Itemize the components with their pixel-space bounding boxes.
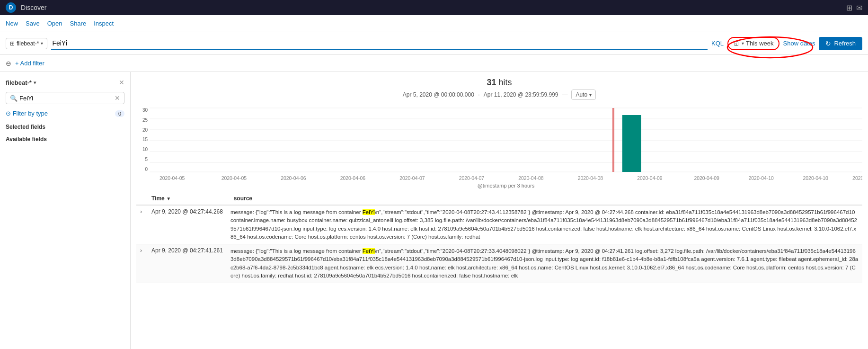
- histogram-chart: 2020-04-05 2020-04-05 2020-04-06 2020-04…: [150, 106, 862, 181]
- index-selector[interactable]: ⊞ filebeat-* ▾: [6, 38, 47, 49]
- row-expand-button[interactable]: ›: [140, 208, 142, 215]
- expand-col-header: [136, 192, 148, 205]
- y-axis: 30 25 20 15 10 5 0: [136, 106, 150, 181]
- y-25: 25: [142, 117, 148, 123]
- row-time: Apr 9, 2020 @ 04:27:44.268: [148, 205, 227, 244]
- svg-text:2020-04-09: 2020-04-09: [637, 176, 663, 181]
- time-period-label: This week: [746, 40, 774, 47]
- refresh-label: Refresh: [834, 40, 856, 47]
- index-chevron-icon: ▾: [41, 41, 43, 46]
- nav-share[interactable]: Share: [70, 19, 86, 28]
- search-bar: ⊞ filebeat-* ▾ KQL 🗓 ▾ This week Show da…: [0, 32, 868, 55]
- sidebar-search: 🔍 ✕: [0, 89, 130, 107]
- search-input[interactable]: [51, 37, 708, 50]
- time-chevron-icon: ▾: [742, 41, 744, 46]
- y-30: 30: [142, 107, 148, 113]
- hits-count: 31: [487, 78, 496, 87]
- index-icon: ⊞: [10, 40, 15, 47]
- date-range-bar: Apr 5, 2020 @ 00:00:00.000 - Apr 11, 202…: [136, 89, 862, 100]
- sidebar-header: filebeat-* ▾ ✕: [0, 76, 130, 89]
- filter-bar: ⊖ + Add filter: [0, 55, 868, 72]
- results-table: Time ▼ _source ›Apr 9, 2020 @ 04:27:44.2…: [136, 192, 862, 283]
- interval-chevron-icon: ▾: [589, 92, 592, 98]
- interval-select[interactable]: Auto ▾: [571, 89, 596, 100]
- highlight-text: FeiYi: [363, 209, 375, 215]
- app-title: Discover: [21, 4, 46, 11]
- svg-text:2020-04-07: 2020-04-07: [459, 176, 485, 181]
- source-col-header: _source: [227, 192, 862, 205]
- sidebar-search-clear-icon[interactable]: ✕: [115, 94, 120, 102]
- sidebar-index-name: filebeat-* ▾: [6, 79, 36, 86]
- calendar-icon: 🗓: [733, 40, 740, 47]
- row-source: message: {"log":"This is a log message f…: [227, 205, 862, 244]
- y-10: 10: [142, 147, 148, 152]
- filter-by-type-text: Filter by type: [13, 110, 48, 117]
- time-col-header[interactable]: Time ▼: [148, 192, 227, 205]
- row-source: message: {"log":"This is a log message f…: [227, 244, 862, 283]
- row-time: Apr 9, 2020 @ 04:27:41.261: [148, 244, 227, 283]
- nav-bar: New Save Open Share Inspect: [0, 15, 868, 32]
- selected-fields-label: Selected fields: [0, 120, 130, 132]
- y-0: 0: [145, 167, 148, 172]
- nav-inspect[interactable]: Inspect: [94, 19, 114, 28]
- sidebar-close-icon[interactable]: ✕: [119, 79, 124, 86]
- show-dates-button[interactable]: Show dates: [783, 40, 815, 47]
- app-logo: D: [6, 2, 16, 13]
- highlight-text: FeiYi: [363, 248, 375, 254]
- top-bar: D Discover ⊞ ✉: [0, 0, 868, 15]
- nav-open[interactable]: Open: [47, 19, 62, 28]
- svg-text:2020-04-08: 2020-04-08: [518, 176, 544, 181]
- filter-count-badge: 0: [115, 110, 124, 117]
- table-row: ›Apr 9, 2020 @ 04:27:41.261message: {"lo…: [136, 244, 862, 283]
- filter-by-type-label: ⊙ Filter by type: [6, 110, 48, 117]
- hits-title: 31 hits: [136, 78, 862, 88]
- available-fields-label: Available fields: [0, 132, 130, 144]
- sidebar-search-input[interactable]: [19, 95, 115, 102]
- filter-icon-circle: ⊙: [6, 110, 11, 117]
- grid-icon[interactable]: ⊞: [846, 3, 852, 12]
- filter-icon[interactable]: ⊖: [6, 60, 11, 67]
- mail-icon[interactable]: ✉: [856, 3, 862, 12]
- svg-text:2020-04-07: 2020-04-07: [399, 176, 425, 181]
- svg-text:2020-04-10: 2020-04-10: [748, 176, 774, 181]
- svg-text:2020-04-05: 2020-04-05: [159, 176, 185, 181]
- svg-text:2020-04-06: 2020-04-06: [281, 176, 306, 181]
- filter-by-type-button[interactable]: ⊙ Filter by type 0: [0, 107, 130, 120]
- top-bar-icons: ⊞ ✉: [846, 3, 862, 12]
- search-right: KQL 🗓 ▾ This week Show dates ↻ Refresh: [711, 37, 862, 50]
- chart-x-label: @timestamp per 3 hours: [150, 183, 862, 188]
- nav-new[interactable]: New: [6, 19, 18, 28]
- y-5: 5: [145, 157, 148, 162]
- date-from: Apr 5, 2020 @ 00:00:00.000: [403, 91, 474, 98]
- auto-label: Auto: [576, 91, 587, 98]
- nav-save[interactable]: Save: [26, 19, 40, 28]
- date-separator: -: [478, 91, 480, 98]
- chart-container: 30 25 20 15 10 5 0: [136, 106, 862, 192]
- sidebar-search-icon: 🔍: [10, 95, 18, 102]
- svg-text:2020-04-06: 2020-04-06: [340, 176, 366, 181]
- date-to: Apr 11, 2020 @ 23:59:59.999: [484, 91, 558, 98]
- index-name: filebeat-*: [17, 40, 39, 47]
- main-layout: filebeat-* ▾ ✕ 🔍 ✕ ⊙ Filter by type 0 Se…: [0, 72, 868, 349]
- date-dash: —: [562, 91, 567, 98]
- refresh-icon: ↻: [825, 40, 831, 47]
- chart-area: 2020-04-05 2020-04-05 2020-04-06 2020-04…: [150, 106, 862, 192]
- sidebar-search-wrap: 🔍 ✕: [6, 92, 124, 104]
- y-20: 20: [142, 127, 148, 133]
- refresh-button[interactable]: ↻ Refresh: [819, 37, 862, 50]
- sidebar-index-label: filebeat-*: [6, 79, 32, 86]
- sort-icon: ▼: [166, 196, 171, 201]
- sidebar: filebeat-* ▾ ✕ 🔍 ✕ ⊙ Filter by type 0 Se…: [0, 72, 131, 349]
- svg-rect-8: [612, 108, 614, 172]
- sidebar-index-chevron-icon: ▾: [34, 80, 36, 85]
- svg-text:2020-04-11: 2020-04-11: [852, 176, 862, 181]
- svg-text:2020-04-05: 2020-04-05: [221, 176, 247, 181]
- row-expand-button[interactable]: ›: [140, 247, 142, 254]
- kql-button[interactable]: KQL: [711, 40, 724, 47]
- time-picker[interactable]: 🗓 ▾ This week: [727, 37, 779, 50]
- search-input-wrap: [51, 37, 708, 50]
- y-15: 15: [142, 137, 148, 142]
- add-filter-button[interactable]: + Add filter: [15, 60, 44, 67]
- svg-rect-9: [622, 115, 641, 172]
- table-row: ›Apr 9, 2020 @ 04:27:44.268message: {"lo…: [136, 205, 862, 244]
